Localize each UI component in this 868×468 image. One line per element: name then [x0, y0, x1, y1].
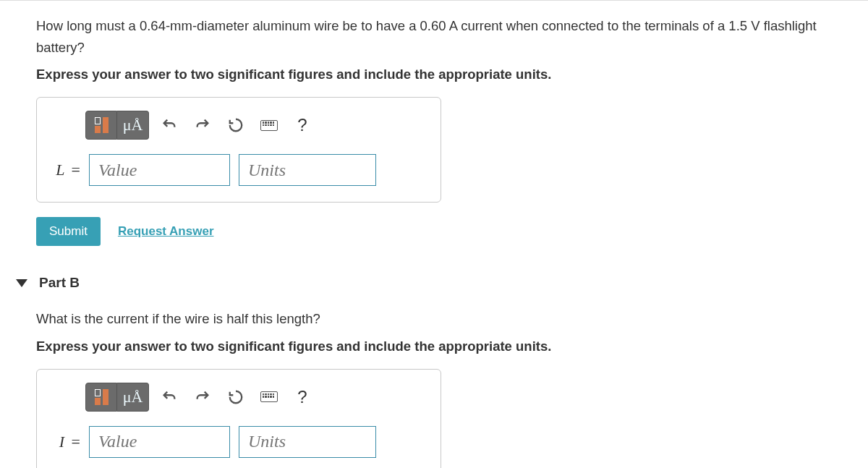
part-b-title: Part B — [39, 275, 80, 291]
part-a-question: How long must a 0.64-mm-diameter aluminu… — [36, 15, 832, 58]
reset-button[interactable] — [223, 383, 249, 412]
part-a-buttons: Submit Request Answer — [36, 217, 832, 246]
redo-button[interactable] — [190, 383, 216, 412]
part-b-toolbar: μÅ ? — [85, 383, 425, 412]
part-a-answer-box: μÅ ? L = — [36, 97, 441, 203]
part-a-toolbar: μÅ ? — [85, 111, 425, 140]
part-b-input-row: I = — [53, 426, 425, 458]
units-input[interactable] — [239, 426, 376, 458]
variable-label-I: I = — [53, 433, 80, 451]
help-button[interactable]: ? — [289, 383, 315, 412]
part-b-answer-box: μÅ ? — [36, 369, 441, 468]
collapse-toggle-icon[interactable] — [16, 279, 27, 287]
part-b-question: What is the current if the wire is half … — [36, 308, 832, 330]
mu-angstrom-icon: μÅ — [123, 388, 143, 407]
part-b-section: Part B What is the current if the wire i… — [36, 275, 832, 468]
special-chars-button[interactable]: μÅ — [117, 111, 149, 140]
mu-angstrom-icon: μÅ — [123, 116, 143, 135]
keyboard-button[interactable] — [256, 383, 282, 412]
submit-button[interactable]: Submit — [36, 217, 101, 246]
templates-button[interactable] — [85, 383, 117, 412]
fraction-icon — [95, 389, 109, 405]
special-chars-button[interactable]: μÅ — [117, 383, 149, 412]
part-a-instruction: Express your answer to two significant f… — [36, 67, 832, 82]
keyboard-button[interactable] — [256, 111, 282, 140]
request-answer-link[interactable]: Request Answer — [118, 224, 214, 239]
keyboard-icon — [260, 391, 278, 402]
keyboard-icon — [260, 120, 278, 131]
fraction-icon — [95, 117, 109, 133]
units-input[interactable] — [239, 154, 376, 186]
reset-button[interactable] — [223, 111, 249, 140]
part-b-header: Part B — [16, 275, 832, 291]
templates-button[interactable] — [85, 111, 117, 140]
help-icon: ? — [297, 387, 307, 407]
value-input[interactable] — [89, 426, 230, 458]
undo-button[interactable] — [156, 111, 182, 140]
undo-button[interactable] — [156, 383, 182, 412]
redo-button[interactable] — [190, 111, 216, 140]
help-button[interactable]: ? — [289, 111, 315, 140]
part-a-input-row: L = — [53, 154, 425, 186]
variable-label-L: L = — [53, 161, 80, 179]
part-b-instruction: Express your answer to two significant f… — [36, 339, 832, 354]
value-input[interactable] — [89, 154, 230, 186]
question-container: How long must a 0.64-mm-diameter aluminu… — [0, 0, 868, 468]
help-icon: ? — [297, 115, 307, 135]
